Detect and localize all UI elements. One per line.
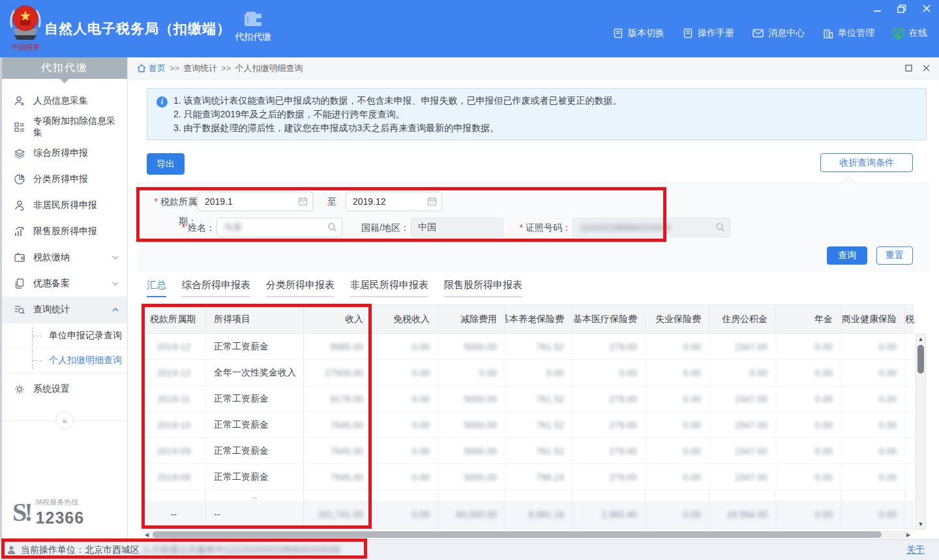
sidebar-item-preferential-filing[interactable]: 优惠备案 bbox=[2, 271, 127, 297]
sidebar-item-system-settings[interactable]: 系统设置 bbox=[2, 376, 127, 402]
table-cell: 正常工资薪金 bbox=[206, 412, 304, 437]
mail-icon bbox=[753, 29, 764, 38]
table-cell: 0.00 bbox=[841, 438, 905, 464]
breadcrumb-item[interactable]: 查询统计 bbox=[183, 63, 217, 74]
breadcrumb-home-link[interactable]: 首页 bbox=[137, 63, 166, 74]
tab-comprehensive-income[interactable]: 综合所得申报表 bbox=[182, 279, 250, 297]
table-cell: 2019-12 bbox=[142, 334, 206, 359]
reset-button[interactable]: 重置 bbox=[876, 246, 913, 265]
gear-icon bbox=[14, 383, 25, 395]
panel-maximize-icon[interactable] bbox=[905, 65, 912, 72]
calendar-icon[interactable] bbox=[427, 196, 438, 207]
table-cell: 0.00 bbox=[573, 360, 646, 385]
menu-version-switch[interactable]: 版本切换 bbox=[613, 27, 664, 39]
restore-icon[interactable] bbox=[896, 3, 908, 14]
scroll-up-icon[interactable]: ▲ bbox=[916, 334, 925, 344]
sidebar-item-classified-income[interactable]: 分类所得申报 bbox=[2, 166, 127, 192]
horizontal-scrollbar-thumb[interactable] bbox=[153, 531, 882, 538]
table-cell: 279.00 bbox=[573, 438, 646, 464]
table-cell: 8,991.16 bbox=[505, 501, 573, 528]
table-cell bbox=[505, 490, 573, 501]
sidebar-header: 代扣代缴 bbox=[2, 57, 127, 79]
sidebar-item-nonresident-income[interactable]: 非居民所得申报 bbox=[2, 192, 127, 218]
menu-unit-management[interactable]: 单位管理 bbox=[823, 27, 874, 39]
period-to-input[interactable]: 2019.12 bbox=[346, 192, 442, 211]
table-cell: 全年一次性奖金收入 bbox=[206, 360, 304, 385]
id-number-input[interactable]: 110102199304222029 bbox=[573, 218, 730, 237]
table-cell: 279.00 bbox=[573, 334, 646, 359]
table-cell: 5000.00 bbox=[438, 464, 505, 490]
table-cell: 2019-12 bbox=[142, 360, 206, 385]
table-cell: 0.00 bbox=[776, 412, 841, 437]
table-row: 2019-11正常工资薪金9178.000.005000.00761.52279… bbox=[142, 386, 914, 412]
sidebar-item-comprehensive-income[interactable]: 综合所得申报 bbox=[2, 140, 127, 166]
nationality-input[interactable]: 中国 bbox=[411, 218, 503, 237]
person-add-icon bbox=[14, 95, 25, 107]
tab-nonresident-income[interactable]: 非居民所得申报表 bbox=[350, 279, 428, 297]
column-header: 失业保险费 bbox=[646, 305, 709, 333]
id-number-label: 证照号码： bbox=[514, 218, 571, 237]
close-icon[interactable] bbox=[921, 3, 932, 14]
name-input[interactable]: 马某 bbox=[216, 218, 342, 237]
table-cell bbox=[709, 490, 776, 501]
sidebar: 代扣代缴 人员信息采集 专项附加扣除信息采集 综合所得申报 分类所得申报 非居民… bbox=[0, 57, 128, 539]
sidebar-item-tax-payment[interactable]: 税款缴纳 bbox=[2, 244, 127, 271]
search-icon[interactable] bbox=[327, 222, 338, 233]
sidebar-item-special-deduction[interactable]: 专项附加扣除信息采集 bbox=[2, 114, 127, 140]
sidebar-item-personnel-info[interactable]: 人员信息采集 bbox=[2, 88, 127, 114]
table-cell: 2019-10 bbox=[142, 412, 206, 437]
table-cell bbox=[905, 386, 914, 411]
tab-withholding[interactable]: 代扣代缴 bbox=[230, 10, 276, 43]
table-cell: 761.52 bbox=[505, 412, 573, 437]
search-list-icon bbox=[14, 304, 25, 316]
vertical-scrollbar-thumb[interactable] bbox=[917, 345, 924, 374]
table-cell bbox=[438, 490, 505, 501]
tab-summary[interactable]: 汇总 bbox=[147, 279, 166, 297]
sidebar-collapse-button[interactable]: « bbox=[55, 411, 74, 430]
vertical-scrollbar[interactable]: ▲ ▼ bbox=[916, 334, 926, 529]
menu-online-status[interactable]: 在线 bbox=[893, 27, 927, 39]
sidebar-item-query-statistics[interactable]: 查询统计 bbox=[2, 297, 127, 323]
scroll-down-icon[interactable]: ▼ bbox=[916, 520, 925, 529]
menu-message-center[interactable]: 消息中心 bbox=[753, 27, 805, 39]
scroll-left-icon[interactable]: ◀ bbox=[143, 531, 150, 538]
table-cell: 2,960.40 bbox=[573, 501, 646, 528]
scroll-right-icon[interactable]: ▶ bbox=[905, 531, 912, 538]
menu-manual[interactable]: 操作手册 bbox=[683, 27, 734, 39]
tab-restricted-stock[interactable]: 限售股所得申报表 bbox=[444, 279, 522, 297]
query-button[interactable]: 查询 bbox=[827, 246, 867, 265]
period-from-input[interactable]: 2019.1 bbox=[198, 192, 313, 211]
table-cell: 798.24 bbox=[505, 464, 573, 490]
breadcrumb: 首页 >> 查询统计 >> 个人扣缴明细查询 bbox=[128, 57, 939, 80]
sidebar-subitem-personal-withholding-query[interactable]: 个人扣缴明细查询 bbox=[2, 348, 127, 373]
table-row: 2019-08正常工资薪金7645.000.005000.00798.24279… bbox=[142, 464, 914, 490]
notice-line: 2. 只能查询2019年及之后的数据，不能进行跨年度查询。 bbox=[173, 108, 918, 121]
menu-label: 操作手册 bbox=[698, 27, 734, 39]
search-icon[interactable] bbox=[715, 222, 726, 233]
horizontal-scrollbar[interactable]: ◀ ▶ bbox=[145, 531, 910, 538]
tab-classified-income[interactable]: 分类所得申报表 bbox=[266, 279, 335, 297]
table-cell: 1547.00 bbox=[709, 464, 776, 490]
table-cell: -- bbox=[142, 501, 206, 528]
app-window: 中国税务 自然人电子税务局（扣缴端） 代扣代缴 版本切换 操 bbox=[0, 0, 939, 560]
export-button[interactable]: 导出 bbox=[147, 153, 185, 175]
calendar-icon[interactable] bbox=[298, 196, 308, 207]
minimize-icon[interactable] bbox=[871, 3, 883, 14]
sidebar-subitem-unit-declaration-query[interactable]: 单位申报记录查询 bbox=[2, 323, 127, 348]
table-cell: -- bbox=[206, 501, 304, 528]
table-cell: 0.00 bbox=[372, 438, 438, 464]
about-link[interactable]: 关于 bbox=[906, 544, 925, 556]
sidebar-item-restricted-stock[interactable]: 限售股所得申报 bbox=[2, 218, 127, 244]
table-cell: 0.00 bbox=[438, 360, 505, 385]
collapse-query-button[interactable]: 收折查询条件 bbox=[820, 153, 913, 172]
table-ellipsis-row: .. bbox=[142, 490, 914, 501]
table-cell: 0.00 bbox=[646, 438, 709, 464]
chevron-up-icon bbox=[112, 306, 119, 314]
panel-close-icon[interactable] bbox=[923, 65, 930, 72]
window-controls bbox=[871, 3, 932, 14]
hotline-headset-icon: S! bbox=[12, 501, 31, 524]
table-cell: 161,741.00 bbox=[304, 501, 372, 528]
table-cell: 0.00 bbox=[841, 412, 905, 437]
table-cell: 0.00 bbox=[372, 501, 438, 528]
breadcrumb-separator: >> bbox=[170, 63, 179, 73]
